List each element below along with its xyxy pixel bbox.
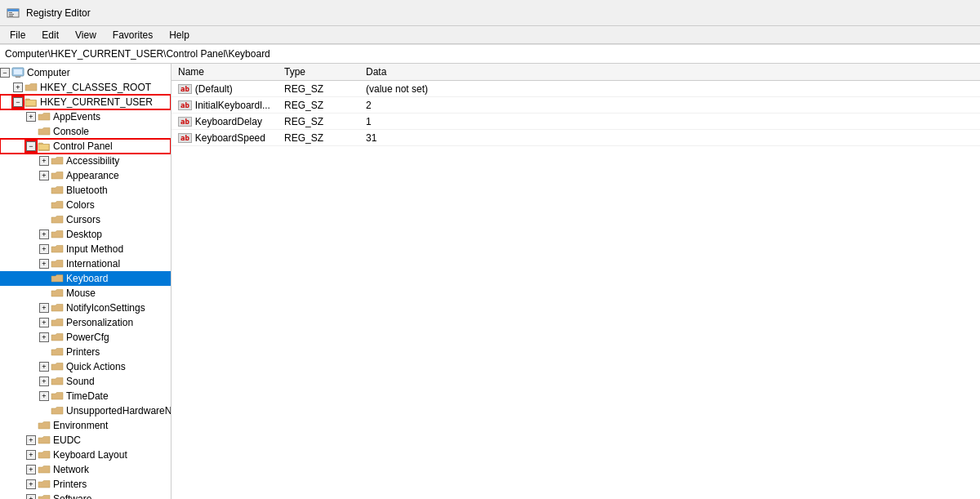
expand-btn-network[interactable]: + — [26, 465, 36, 474]
folder-icon-international — [51, 257, 64, 270]
tree-item-console[interactable]: Console — [0, 124, 171, 139]
tree-item-sound[interactable]: +Sound — [0, 374, 171, 389]
table-row[interactable]: abInitialKeyboardl...REG_SZ2 — [172, 97, 980, 114]
folder-icon-keyboard — [51, 272, 64, 285]
folder-icon-appevents — [38, 110, 51, 123]
col-header-type: Type — [278, 64, 359, 81]
tree-label-computer: Computer — [27, 67, 70, 78]
folder-icon-accessibility — [51, 154, 64, 167]
tree-item-environment[interactable]: Environment — [0, 418, 171, 433]
tree-item-powercfg[interactable]: +PowerCfg — [0, 330, 171, 345]
tree-label-console: Console — [53, 126, 89, 137]
expand-btn-international[interactable]: + — [39, 259, 49, 269]
ab-icon: ab — [178, 133, 192, 143]
tree-item-eudc[interactable]: +EUDC — [0, 433, 171, 448]
tree-item-hkey-classes-root[interactable]: +HKEY_CLASSES_ROOT — [0, 80, 171, 95]
tree-item-desktop[interactable]: +Desktop — [0, 227, 171, 242]
expand-btn-eudc[interactable]: + — [26, 435, 36, 445]
tree-item-input-method[interactable]: +Input Method — [0, 242, 171, 256]
tree-item-unsupported[interactable]: UnsupportedHardwareN — [0, 403, 171, 418]
menu-item-edit[interactable]: Edit — [35, 28, 65, 42]
expand-btn-appearance[interactable]: + — [39, 171, 49, 180]
cell-type: REG_SZ — [278, 130, 359, 146]
folder-icon-colors — [51, 198, 64, 212]
tree-item-quick-actions[interactable]: +Quick Actions — [0, 359, 171, 374]
tree-item-mouse[interactable]: Mouse — [0, 286, 171, 301]
svg-rect-1 — [7, 9, 19, 11]
expand-btn-timedate[interactable]: + — [39, 391, 49, 401]
menu-item-file[interactable]: File — [3, 28, 32, 42]
expand-btn-personalization[interactable]: + — [39, 318, 49, 327]
tree-item-keyboard-layout[interactable]: +Keyboard Layout — [0, 448, 171, 462]
expand-btn-keyboard-layout[interactable]: + — [26, 450, 36, 460]
folder-icon-environment — [38, 419, 51, 432]
tree-item-international[interactable]: +International — [0, 256, 171, 271]
folder-icon-hkey-classes-root — [24, 81, 38, 94]
tree-item-personalization[interactable]: +Personalization — [0, 315, 171, 330]
expand-btn-control-panel[interactable]: − — [26, 141, 36, 151]
expand-btn-sound[interactable]: + — [39, 376, 49, 386]
expand-btn-computer[interactable]: − — [0, 68, 10, 78]
tree-item-network[interactable]: +Network — [0, 462, 171, 477]
cell-type: REG_SZ — [278, 81, 359, 97]
table-row[interactable]: abKeyboardDelayREG_SZ1 — [172, 114, 980, 130]
tree-item-accessibility[interactable]: +Accessibility — [0, 154, 171, 168]
tree-item-colors[interactable]: Colors — [0, 198, 171, 212]
tree-item-timedate[interactable]: +TimeDate — [0, 389, 171, 403]
cell-data: (value not set) — [359, 81, 980, 97]
menu-item-favorites[interactable]: Favorites — [106, 28, 159, 42]
expand-btn-hkey-current-user[interactable]: − — [13, 97, 23, 107]
ab-icon: ab — [178, 100, 192, 110]
tree-item-computer[interactable]: −Computer — [0, 65, 171, 80]
folder-icon-eudc — [38, 434, 51, 447]
cell-name-text: (Default) — [195, 83, 233, 95]
svg-rect-2 — [9, 12, 12, 13]
tree-label-hkey-current-user: HKEY_CURRENT_USER — [40, 96, 153, 108]
tree-item-bluetooth[interactable]: Bluetooth — [0, 183, 171, 198]
folder-icon-software — [38, 492, 51, 499]
folder-icon-control-panel — [38, 140, 51, 153]
expand-btn-accessibility[interactable]: + — [39, 156, 49, 166]
expand-btn-quick-actions[interactable]: + — [39, 362, 49, 372]
tree-item-appevents[interactable]: +AppEvents — [0, 109, 171, 124]
tree-item-appearance[interactable]: +Appearance — [0, 168, 171, 183]
folder-icon-timedate — [51, 390, 64, 403]
folder-icon-cursors — [51, 213, 64, 226]
tree-item-notifyiconsettings[interactable]: +NotifyIconSettings — [0, 301, 171, 315]
tree-label-appevents: AppEvents — [53, 111, 100, 123]
expand-btn-desktop[interactable]: + — [39, 229, 49, 239]
tree-label-printers: Printers — [53, 479, 87, 490]
expand-btn-input-method[interactable]: + — [39, 244, 49, 254]
tree-item-hkey-current-user[interactable]: −HKEY_CURRENT_USER — [0, 95, 171, 109]
folder-icon-notifyiconsettings — [51, 301, 64, 314]
table-row[interactable]: abKeyboardSpeedREG_SZ31 — [172, 130, 980, 146]
menu-bar: FileEditViewFavoritesHelp — [0, 26, 980, 44]
data-table: Name Type Data ab(Default)REG_SZ(value n… — [172, 64, 980, 146]
expand-btn-hkey-classes-root[interactable]: + — [13, 82, 23, 92]
tree-item-cursors[interactable]: Cursors — [0, 212, 171, 227]
menu-item-view[interactable]: View — [69, 28, 103, 42]
tree-label-software: Software — [53, 493, 91, 499]
cell-data: 1 — [359, 114, 980, 130]
tree-label-personalization: Personalization — [66, 317, 133, 328]
expand-btn-notifyiconsettings[interactable]: + — [39, 303, 49, 313]
tree-item-printers[interactable]: +Printers — [0, 477, 171, 492]
cell-data: 2 — [359, 97, 980, 114]
main-content: −Computer+HKEY_CLASSES_ROOT−HKEY_CURRENT… — [0, 64, 980, 499]
tree-item-control-panel[interactable]: −Control Panel — [0, 139, 171, 154]
tree-label-timedate: TimeDate — [66, 390, 109, 402]
tree-item-keyboard[interactable]: Keyboard — [0, 271, 171, 286]
tree-label-environment: Environment — [53, 420, 108, 431]
title-bar: Registry Editor — [0, 0, 980, 26]
menu-item-help[interactable]: Help — [163, 28, 196, 42]
tree-label-accessibility: Accessibility — [66, 155, 119, 167]
tree-item-software[interactable]: +Software — [0, 492, 171, 499]
expand-btn-powercfg[interactable]: + — [39, 332, 49, 342]
cell-type: REG_SZ — [278, 114, 359, 130]
tree-item-printers2[interactable]: Printers — [0, 345, 171, 359]
expand-btn-software[interactable]: + — [26, 494, 36, 499]
folder-icon-desktop — [51, 228, 64, 241]
table-row[interactable]: ab(Default)REG_SZ(value not set) — [172, 81, 980, 97]
expand-btn-appevents[interactable]: + — [26, 112, 36, 122]
expand-btn-printers[interactable]: + — [26, 479, 36, 489]
